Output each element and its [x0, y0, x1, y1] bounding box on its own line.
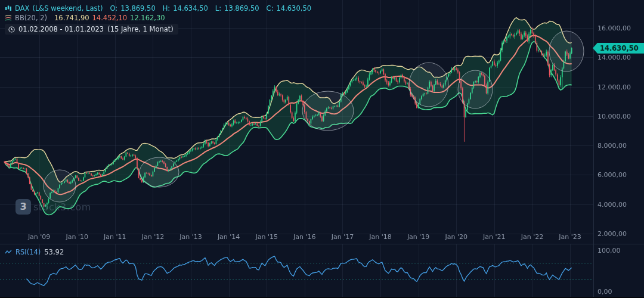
bollinger-legend-row[interactable]: BB(20, 2) 16.741,90 14.452,10 12.162,30 [5, 13, 311, 23]
bollinger-label: BB(20, 2) [15, 14, 47, 22]
rsi-indicator-icon [5, 249, 12, 256]
bollinger-upper-value: 16.741,90 [54, 14, 89, 22]
instrument-legend-row[interactable]: DAX (L&S weekend, Last) O: 13.869,50 H: … [5, 4, 311, 13]
chart-window: DAX (L&S weekend, Last) O: 13.869,50 H: … [0, 0, 644, 298]
bollinger-bands-icon [5, 14, 12, 21]
date-range-row: 01.02.2008 - 01.01.2023 (15 Jahre, 1 Mon… [5, 23, 311, 35]
date-range-pill: 01.02.2008 - 01.01.2023 (15 Jahre, 1 Mon… [5, 24, 178, 35]
stock3-watermark: 3 stock3.com [16, 199, 91, 215]
clock-icon [8, 26, 15, 33]
candlestick-icon [5, 5, 12, 12]
low-value: 13.869,50 [224, 4, 259, 13]
axis-separator [593, 0, 594, 298]
date-range-duration: (15 Jahre, 1 Monat) [107, 25, 174, 33]
close-label: C: [267, 4, 274, 13]
bollinger-lower-value: 12.162,30 [130, 14, 165, 22]
pane-separator[interactable] [0, 244, 644, 244]
rsi-label: RSI(14) [16, 248, 41, 256]
open-value: 13.869,50 [120, 4, 156, 13]
rsi-value: 53,92 [44, 248, 64, 256]
high-label: H: [163, 4, 171, 13]
last-price-badge: 14.630,50 [593, 43, 644, 54]
close-value: 14.630,50 [277, 4, 312, 13]
price-chart-canvas[interactable] [0, 0, 644, 243]
instrument-name: DAX [15, 4, 29, 13]
rsi-legend-row[interactable]: RSI(14) 53,92 [5, 248, 64, 256]
low-label: L: [215, 4, 221, 13]
stock3-logo: 3 [16, 199, 31, 215]
rsi-chart-canvas[interactable] [0, 244, 644, 298]
bollinger-middle-value: 14.452,10 [92, 14, 128, 22]
stock3-watermark-text: stock3.com [33, 201, 91, 213]
date-range-text: 01.02.2008 - 01.01.2023 [18, 25, 104, 33]
instrument-feed: (L&S weekend, Last) [32, 4, 103, 13]
open-label: O: [110, 4, 117, 13]
high-value: 14.634,50 [173, 4, 208, 13]
chart-legend: DAX (L&S weekend, Last) O: 13.869,50 H: … [5, 4, 311, 35]
